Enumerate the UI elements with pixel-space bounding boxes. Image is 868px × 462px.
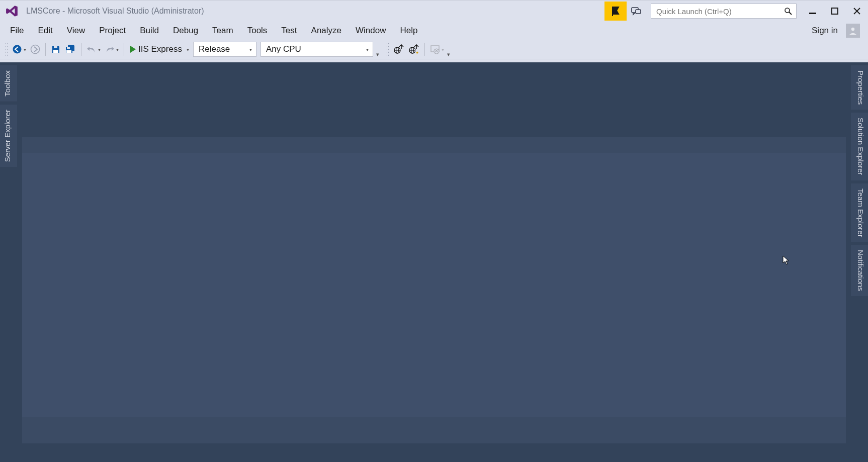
toolbar-overflow-button[interactable]: ▾	[446, 51, 455, 58]
solution-config-select[interactable]: Release ▾	[193, 42, 256, 57]
maximize-button[interactable]	[824, 2, 846, 21]
vs-logo-icon	[5, 4, 19, 18]
nav-back-button[interactable]: ▾	[10, 42, 28, 57]
publish-web-icon	[393, 44, 404, 54]
flag-icon	[611, 6, 620, 16]
menu-help[interactable]: Help	[393, 24, 425, 38]
chevron-down-icon: ▾	[24, 47, 26, 52]
menu-test[interactable]: Test	[274, 24, 304, 38]
publish-web-one-click-button[interactable]	[406, 42, 421, 57]
sign-in-link[interactable]: Sign in	[807, 24, 843, 38]
solution-config-value: Release	[199, 44, 230, 54]
svg-rect-4	[809, 13, 816, 14]
svg-line-3	[789, 12, 792, 15]
redo-button[interactable]: ▾	[103, 42, 121, 57]
svg-point-10	[31, 45, 40, 54]
publish-web-button[interactable]	[391, 42, 406, 57]
quick-launch-input[interactable]	[655, 7, 784, 16]
play-icon	[129, 45, 136, 53]
solution-platform-select[interactable]: Any CPU ▾	[261, 42, 373, 57]
svg-point-2	[785, 8, 790, 13]
close-button[interactable]	[846, 2, 868, 21]
solution-explorer-tab[interactable]: Solution Explorer	[851, 113, 868, 180]
chevron-down-icon: ▾	[366, 47, 369, 52]
editor-area: Toolbox Server Explorer Properties Solut…	[0, 62, 868, 462]
start-debug-button[interactable]: IIS Express ▾	[127, 42, 191, 57]
notifications-flag-button[interactable]	[604, 2, 627, 21]
solution-platform-value: Any CPU	[266, 44, 301, 54]
user-icon	[848, 26, 857, 35]
save-icon	[51, 44, 61, 54]
menu-analyze[interactable]: Analyze	[304, 24, 349, 38]
menu-file[interactable]: File	[3, 24, 31, 38]
minimize-icon	[809, 8, 816, 15]
menu-window[interactable]: Window	[349, 24, 393, 38]
start-debug-label: IIS Express	[136, 44, 185, 54]
browser-link-button[interactable]: ▾	[428, 42, 446, 57]
chevron-down-icon: ▾	[116, 47, 119, 52]
chevron-down-icon: ▾	[442, 47, 444, 52]
undo-button[interactable]: ▾	[84, 42, 103, 57]
editor-panel	[22, 153, 846, 417]
server-explorer-tab[interactable]: Server Explorer	[0, 105, 17, 167]
toolbar-grip-icon[interactable]	[5, 43, 8, 56]
properties-tab[interactable]: Properties	[851, 65, 868, 110]
window-title: LMSCore - Microsoft Visual Studio (Admin…	[26, 7, 204, 16]
menu-team[interactable]: Team	[205, 24, 240, 38]
svg-rect-1	[636, 10, 641, 14]
svg-rect-13	[67, 47, 70, 49]
chevron-down-icon: ▾	[98, 47, 101, 52]
minimize-button[interactable]	[802, 2, 824, 21]
save-all-icon	[65, 44, 76, 54]
svg-rect-12	[53, 50, 58, 53]
nav-forward-button[interactable]	[28, 42, 42, 57]
feedback-button[interactable]	[627, 2, 646, 21]
svg-rect-5	[832, 8, 838, 14]
title-bar: LMSCore - Microsoft Visual Studio (Admin…	[0, 0, 868, 22]
chevron-down-icon: ▾	[187, 47, 189, 52]
svg-rect-14	[66, 50, 71, 53]
toolbar: ▾ ▾ ▾	[0, 40, 868, 59]
chevron-down-icon: ▾	[249, 47, 252, 52]
svg-rect-11	[54, 46, 57, 48]
browser-link-icon	[430, 44, 440, 54]
notifications-tab[interactable]: Notifications	[851, 245, 868, 296]
svg-point-9	[13, 45, 22, 54]
menu-bar: File Edit View Project Build Debug Team …	[0, 22, 868, 40]
toolbox-tab[interactable]: Toolbox	[0, 65, 17, 102]
svg-point-23	[434, 49, 439, 54]
toolbar-grip-icon[interactable]	[386, 43, 389, 56]
menu-edit[interactable]: Edit	[31, 24, 59, 38]
publish-web-one-click-icon	[408, 44, 419, 54]
menu-tools[interactable]: Tools	[240, 24, 275, 38]
menu-view[interactable]: View	[60, 24, 93, 38]
feedback-icon	[631, 6, 641, 16]
menu-project[interactable]: Project	[92, 24, 133, 38]
maximize-icon	[831, 8, 838, 15]
redo-icon	[105, 45, 115, 53]
nav-forward-icon	[30, 44, 40, 54]
search-icon	[784, 7, 792, 15]
undo-icon	[86, 45, 97, 53]
team-explorer-tab[interactable]: Team Explorer	[851, 183, 868, 242]
menu-build[interactable]: Build	[133, 24, 166, 38]
save-button[interactable]	[49, 42, 63, 57]
toolbar-overflow-button[interactable]: ▾	[375, 51, 384, 58]
menu-debug[interactable]: Debug	[166, 24, 205, 38]
svg-point-8	[851, 28, 854, 31]
quick-launch-box[interactable]	[651, 4, 797, 19]
user-avatar-button[interactable]	[846, 24, 860, 38]
close-icon	[853, 8, 860, 15]
nav-back-icon	[12, 44, 22, 54]
save-all-button[interactable]	[63, 42, 78, 57]
mouse-cursor-icon	[783, 255, 790, 265]
